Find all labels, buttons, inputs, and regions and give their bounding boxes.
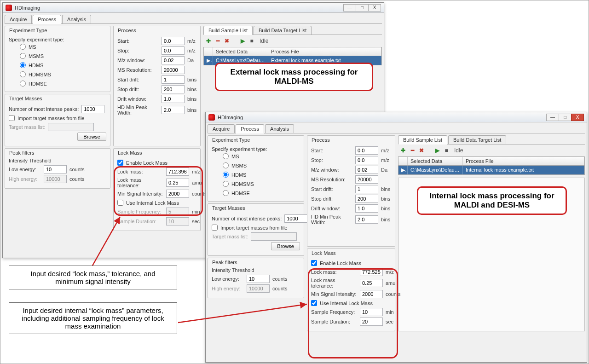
tab-analysis[interactable]: Analysis <box>265 124 294 133</box>
lockmass-min-input[interactable] <box>360 290 383 298</box>
radio-msms[interactable] <box>223 162 229 168</box>
radio-hdmse-label: HDMSE <box>231 191 250 196</box>
stop-icon[interactable]: ■ <box>443 147 450 154</box>
stopdrift-input[interactable] <box>162 85 185 93</box>
maximize-button[interactable]: □ <box>356 4 369 12</box>
tab-process[interactable]: Process <box>236 124 264 133</box>
stopdrift-unit: bins <box>187 87 196 92</box>
tab-acquire[interactable]: Acquire <box>208 124 235 133</box>
mzwin-label: M/z window: <box>117 58 159 63</box>
radio-hdms[interactable] <box>20 62 26 68</box>
tab-analysis[interactable]: Analysis <box>62 15 91 23</box>
minimize-button[interactable]: — <box>546 114 559 121</box>
maximize-button[interactable]: □ <box>559 114 572 121</box>
grid-header-0 <box>204 47 213 56</box>
delete-icon[interactable]: ✖ <box>224 38 230 44</box>
import-target-checkbox[interactable] <box>9 115 15 121</box>
high-energy-unit: counts <box>69 176 84 182</box>
radio-ms[interactable] <box>20 44 26 50</box>
browse-button[interactable]: Browse <box>271 242 300 250</box>
lockmass-tol-input[interactable] <box>360 279 383 287</box>
sample-dur-input[interactable] <box>360 318 383 326</box>
close-button[interactable]: X <box>571 114 584 121</box>
low-energy-label: Low energy: <box>9 167 41 172</box>
sample-freq-unit: min <box>386 309 394 315</box>
subtab-build-target[interactable]: Build Data Target List <box>448 135 506 144</box>
lockmass-input[interactable] <box>166 168 189 176</box>
num-peaks-input[interactable] <box>81 105 104 113</box>
num-peaks-input[interactable] <box>284 214 307 223</box>
enable-lockmass-checkbox[interactable] <box>117 160 123 166</box>
tab-acquire[interactable]: Acquire <box>5 15 32 23</box>
minimize-button[interactable]: — <box>343 4 356 12</box>
radio-ms[interactable] <box>223 153 229 159</box>
driftwin-input[interactable] <box>355 204 378 213</box>
enable-lockmass-checkbox[interactable] <box>311 260 317 266</box>
lockmass-tol-input[interactable] <box>166 179 189 187</box>
sample-freq-label: Sample Frequency: <box>117 209 163 214</box>
stopdrift-input[interactable] <box>355 195 378 203</box>
start-unit: m/z <box>187 38 196 44</box>
lockmass-tol-label: Lock mass tolerance: <box>311 277 357 289</box>
peak-filters-group: Peak filters Intensity Threshold Low ene… <box>208 258 304 298</box>
msres-input[interactable] <box>355 175 378 184</box>
stop-input[interactable] <box>355 156 378 164</box>
low-energy-input[interactable] <box>44 165 67 173</box>
low-energy-label: Low energy: <box>212 276 244 282</box>
close-button[interactable]: X <box>368 4 381 12</box>
sample-dur-unit: sec <box>192 219 200 224</box>
hdmin-input[interactable] <box>162 106 185 114</box>
annotation-2-text: Input desired internal “lock mass” param… <box>22 306 164 330</box>
stop-input[interactable] <box>162 46 185 55</box>
radio-hdmse[interactable] <box>20 81 26 87</box>
row-arrow-icon: ▶ <box>204 56 213 65</box>
radio-hdmse[interactable] <box>223 190 229 196</box>
remove-icon[interactable]: ━ <box>214 38 221 44</box>
experiment-type-legend: Experiment Type <box>211 137 251 143</box>
use-internal-checkbox[interactable] <box>311 300 317 306</box>
tab-process[interactable]: Process <box>33 15 61 24</box>
high-energy-label: High energy: <box>9 176 41 182</box>
add-icon[interactable]: ✚ <box>400 147 406 154</box>
subtab-build-target[interactable]: Build Data Target List <box>254 26 312 35</box>
hdmin-input[interactable] <box>355 215 378 224</box>
driftwin-input[interactable] <box>162 95 185 103</box>
mzwin-input[interactable] <box>355 166 378 174</box>
stop-label: Stop: <box>117 48 159 53</box>
radio-msms[interactable] <box>20 53 26 59</box>
browse-button[interactable]: Browse <box>77 133 106 141</box>
radio-hdmsms[interactable] <box>20 71 26 77</box>
subtab-build-sample[interactable]: Build Sample List <box>203 26 253 35</box>
target-masses-group: Target Masses Number of most intense pea… <box>208 203 304 256</box>
radio-hdms[interactable] <box>223 172 229 178</box>
remove-icon[interactable]: ━ <box>409 147 416 154</box>
stop-unit: m/z <box>381 157 391 163</box>
stop-icon[interactable]: ■ <box>248 38 255 44</box>
low-energy-input[interactable] <box>247 275 270 283</box>
grid-cell-process: Internal lock mass example.txt <box>463 166 584 174</box>
start-input[interactable] <box>355 146 378 155</box>
delete-icon[interactable]: ✖ <box>418 147 425 154</box>
start-input[interactable] <box>162 37 185 45</box>
annotation-1-text: Input desired “lock mass,” tolerance, an… <box>31 270 156 285</box>
sample-grid[interactable]: Selected Data Process File ▶ C:\MassLynx… <box>398 156 585 175</box>
app-icon <box>208 114 215 121</box>
window-title: HDImaging <box>218 115 243 120</box>
lockmass-min-input[interactable] <box>166 190 189 198</box>
add-icon[interactable]: ✚ <box>205 38 212 44</box>
subtab-build-sample[interactable]: Build Sample List <box>398 135 447 144</box>
lockmass-input[interactable] <box>360 268 383 276</box>
sample-freq-input[interactable] <box>360 308 383 316</box>
lockmass-label: Lock mass: <box>311 269 357 275</box>
driftwin-label: Drift window: <box>311 206 352 211</box>
grid-row[interactable]: ▶ C:\MassLynx\Default... Internal lock m… <box>398 166 584 174</box>
radio-hdmsms[interactable] <box>223 181 229 187</box>
use-internal-checkbox[interactable] <box>117 200 123 206</box>
mzwin-input[interactable] <box>162 56 185 64</box>
msres-input[interactable] <box>162 66 185 74</box>
play-icon[interactable]: ▶ <box>434 147 440 154</box>
startdrift-input[interactable] <box>162 75 185 84</box>
startdrift-input[interactable] <box>355 185 378 193</box>
play-icon[interactable]: ▶ <box>239 38 246 44</box>
import-target-checkbox[interactable] <box>212 225 218 231</box>
